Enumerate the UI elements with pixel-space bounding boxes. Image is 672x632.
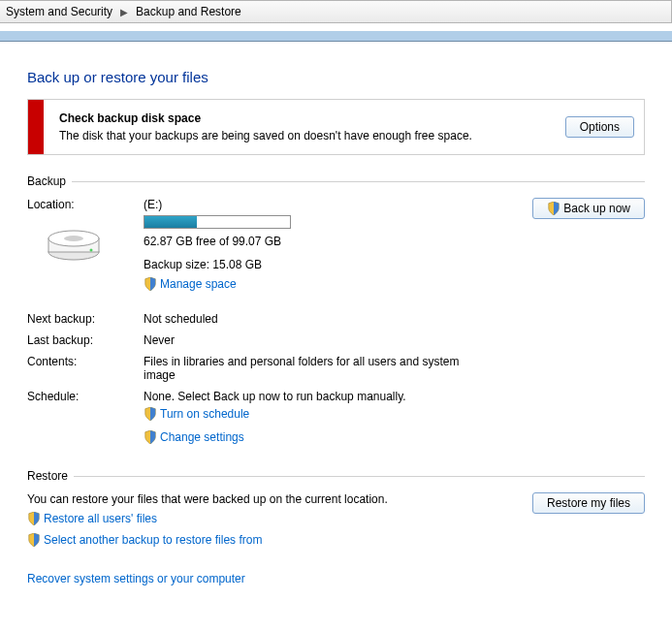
shield-icon [547,202,560,215]
breadcrumb: System and Security ▶ Backup and Restore [0,0,672,23]
shield-icon [144,430,157,444]
shield-icon [144,407,157,421]
schedule-label: Schedule: [27,390,144,403]
last-backup-value: Never [144,333,645,347]
restore-section-header: Restore [27,469,645,483]
alert-title: Check backup disk space [59,111,554,125]
svg-point-4 [90,249,93,252]
shield-icon [27,512,41,525]
shield-icon [144,277,157,291]
select-another-backup-link[interactable]: Select another backup to restore files f… [44,533,262,547]
recover-system-link[interactable]: Recover system settings or your computer [27,572,245,585]
contents-value: Files in libraries and personal folders … [144,355,464,382]
disk-icon [27,223,103,265]
window-divider [0,31,672,42]
backup-now-button[interactable]: Back up now [532,198,645,219]
disk-space-text: 62.87 GB free of 99.07 GB [144,235,509,248]
change-settings-link[interactable]: Change settings [160,430,244,444]
disk-usage-bar [144,215,291,229]
page-title: Back up or restore your files [27,69,645,85]
breadcrumb-parent[interactable]: System and Security [6,5,112,18]
backup-section-label: Backup [27,174,66,188]
backup-section-header: Backup [27,174,645,188]
restore-my-files-button[interactable]: Restore my files [532,492,645,514]
next-backup-label: Next backup: [27,312,144,326]
contents-label: Contents: [27,355,144,368]
turn-on-schedule-link[interactable]: Turn on schedule [160,407,249,421]
options-button[interactable]: Options [565,116,634,138]
backup-now-label: Back up now [563,202,630,215]
svg-point-3 [64,236,83,241]
alert-box: Check backup disk space The disk that yo… [27,99,645,155]
manage-space-link[interactable]: Manage space [160,277,237,291]
schedule-value: None. Select Back up now to run backup m… [144,390,645,403]
alert-message: The disk that your backups are being sav… [59,129,554,142]
last-backup-label: Last backup: [27,333,144,347]
backup-drive: (E:) [144,198,509,211]
breadcrumb-current[interactable]: Backup and Restore [136,5,241,18]
backup-size-text: Backup size: 15.08 GB [144,258,509,271]
main-content: Back up or restore your files Check back… [0,42,672,605]
backup-location-row: Location: (E:) 62.87 GB free of 99.07 GB… [27,198,645,291]
alert-severity-indicator [28,100,44,154]
chevron-right-icon: ▶ [112,7,136,17]
restore-section-label: Restore [27,469,68,483]
next-backup-value: Not scheduled [144,312,645,326]
shield-icon [27,533,41,547]
restore-all-users-link[interactable]: Restore all users' files [44,512,157,525]
restore-text: You can restore your files that were bac… [27,492,499,506]
